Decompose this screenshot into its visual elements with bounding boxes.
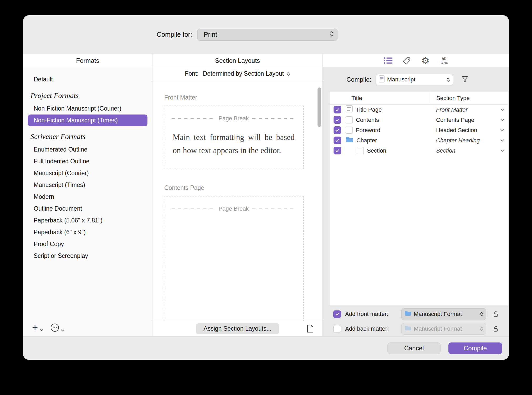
front-matter-checkbox[interactable] bbox=[333, 310, 341, 318]
chevron-down-icon[interactable] bbox=[497, 149, 508, 152]
section-layouts-footer: Assign Section Layouts... bbox=[152, 321, 323, 336]
format-item-nonfiction-courier[interactable]: Non-Fiction Manuscript (Courier) bbox=[28, 103, 147, 115]
format-options-button[interactable]: ⋯ bbox=[51, 324, 64, 332]
preview-scrollbar[interactable] bbox=[318, 87, 321, 127]
front-matter-label: Add front matter: bbox=[345, 311, 397, 318]
format-item-proof-copy[interactable]: Proof Copy bbox=[28, 238, 147, 250]
format-item-manuscript-courier[interactable]: Manuscript (Courier) bbox=[28, 167, 147, 179]
row-checkbox[interactable] bbox=[334, 147, 341, 154]
column-header-section-type: Section Type bbox=[431, 92, 497, 104]
back-matter-row: Add back matter: Manuscript Format bbox=[333, 323, 509, 335]
back-matter-label: Add back matter: bbox=[345, 325, 397, 332]
ellipsis-circle-icon: ⋯ bbox=[51, 324, 59, 332]
folder-icon bbox=[405, 311, 411, 318]
chevron-down-icon[interactable] bbox=[497, 139, 508, 142]
compile-target-value: Manuscript bbox=[387, 76, 444, 83]
row-checkbox[interactable] bbox=[334, 106, 341, 113]
chevron-updown-icon bbox=[480, 326, 483, 331]
format-item-modern[interactable]: Modern bbox=[28, 191, 147, 203]
page-break-marker: Page Break bbox=[172, 205, 296, 212]
format-item-nonfiction-times[interactable]: Non-Fiction Manuscript (Times) bbox=[28, 115, 147, 126]
compile-for-select[interactable]: Print bbox=[197, 29, 337, 41]
table-row-title-page[interactable]: Title Page Front Matter bbox=[330, 105, 508, 115]
format-item-outline-document[interactable]: Outline Document bbox=[28, 203, 147, 215]
folder-icon bbox=[405, 325, 411, 332]
gear-icon[interactable]: ⚙ bbox=[421, 56, 429, 65]
chevron-down-icon bbox=[61, 329, 64, 332]
format-group-project-formats: Project Formats bbox=[28, 90, 147, 102]
matter-options: Add front matter: Manuscript Format Ad bbox=[323, 305, 509, 336]
section-layouts-panel: Section Layouts Font: Determined by Sect… bbox=[152, 54, 323, 336]
format-item-full-indented-outline[interactable]: Full Indented Outline bbox=[28, 155, 147, 167]
font-value: Determined by Section Layout bbox=[203, 70, 284, 77]
row-title: Contents bbox=[356, 117, 379, 123]
back-matter-checkbox[interactable] bbox=[333, 325, 341, 333]
layout-sample-front-matter[interactable]: Page Break Main text formatting will be … bbox=[164, 106, 304, 169]
font-row: Font: Determined by Section Layout bbox=[152, 67, 323, 80]
chevron-updown-icon bbox=[330, 31, 334, 39]
row-section-type[interactable]: Chapter Heading bbox=[431, 137, 497, 144]
dialog-footer: Cancel Compile bbox=[23, 336, 509, 360]
compile-toolbar: ⚙ ab↳ac bbox=[323, 54, 509, 67]
row-section-type[interactable]: Front Matter bbox=[431, 106, 497, 113]
compile-contents-table: Title Section Type Title Page F bbox=[330, 92, 508, 305]
format-item-paperback-506[interactable]: Paperback (5.06" x 7.81") bbox=[28, 215, 147, 226]
filter-icon[interactable] bbox=[461, 76, 469, 84]
table-row-section[interactable]: Section Section bbox=[330, 145, 508, 156]
compile-target-select[interactable]: Manuscript bbox=[376, 74, 453, 85]
row-section-type[interactable]: Section bbox=[431, 147, 497, 154]
compile-for-label: Compile for: bbox=[157, 31, 192, 38]
row-title: Title Page bbox=[356, 106, 382, 113]
chevron-down-icon[interactable] bbox=[497, 129, 508, 132]
plus-icon: + bbox=[32, 324, 38, 331]
unlock-icon[interactable] bbox=[493, 311, 499, 318]
compile-button[interactable]: Compile bbox=[448, 342, 502, 354]
assign-section-layouts-button[interactable]: Assign Section Layouts... bbox=[196, 323, 279, 334]
chevron-updown-icon bbox=[446, 77, 450, 82]
column-header-title: Title bbox=[345, 95, 431, 102]
format-item-paperback-6x9[interactable]: Paperback (6" x 9") bbox=[28, 226, 147, 238]
layout-name-front-matter: Front Matter bbox=[164, 94, 323, 101]
table-header-row: Title Section Type bbox=[330, 92, 508, 105]
format-item-default[interactable]: Default bbox=[28, 74, 147, 85]
layout-preview: Front Matter Page Break Main text format… bbox=[152, 80, 323, 321]
chevron-down-icon[interactable] bbox=[497, 108, 508, 111]
cancel-button[interactable]: Cancel bbox=[387, 342, 441, 354]
row-checkbox[interactable] bbox=[334, 116, 341, 124]
folder-icon bbox=[346, 137, 353, 144]
row-title: Foreword bbox=[356, 127, 380, 134]
compile-label: Compile: bbox=[346, 76, 371, 83]
format-item-script-screenplay[interactable]: Script or Screenplay bbox=[28, 250, 147, 262]
row-title: Section bbox=[367, 147, 386, 154]
front-matter-value: Manuscript Format bbox=[414, 311, 477, 318]
row-checkbox[interactable] bbox=[334, 126, 341, 134]
format-item-manuscript-times[interactable]: Manuscript (Times) bbox=[28, 179, 147, 191]
row-section-type[interactable]: Headed Section bbox=[431, 127, 497, 134]
font-label: Font: bbox=[185, 70, 198, 77]
table-row-chapter[interactable]: Chapter Chapter Heading bbox=[330, 135, 508, 145]
dialog-body: Formats Default Project Formats Non-Fict… bbox=[23, 54, 509, 336]
layout-sample-contents-page[interactable]: Page Break bbox=[164, 196, 304, 321]
table-row-foreword[interactable]: Foreword Headed Section bbox=[330, 125, 508, 135]
table-row-contents[interactable]: Contents Contents Page bbox=[330, 115, 508, 125]
add-format-button[interactable]: + bbox=[32, 324, 43, 331]
formats-header: Formats bbox=[23, 54, 152, 67]
back-matter-select[interactable]: Manuscript Format bbox=[401, 323, 486, 335]
manuscript-document-icon bbox=[379, 75, 385, 84]
front-matter-select[interactable]: Manuscript Format bbox=[401, 308, 486, 320]
unlock-icon[interactable] bbox=[493, 325, 499, 332]
row-checkbox[interactable] bbox=[334, 137, 341, 144]
document-page-icon[interactable] bbox=[307, 325, 314, 334]
row-section-type[interactable]: Contents Page bbox=[431, 117, 497, 123]
formats-footer: + ⋯ bbox=[23, 319, 152, 336]
compile-panel: ⚙ ab↳ac Compile: Manuscript bbox=[323, 54, 509, 336]
front-matter-row: Add front matter: Manuscript Format bbox=[333, 308, 509, 320]
chevron-down-icon[interactable] bbox=[497, 119, 508, 121]
format-item-enumerated-outline[interactable]: Enumerated Outline bbox=[28, 144, 147, 155]
tag-icon[interactable] bbox=[403, 57, 411, 65]
formats-panel: Formats Default Project Formats Non-Fict… bbox=[23, 54, 152, 336]
font-select[interactable]: Determined by Section Layout bbox=[203, 70, 290, 77]
compile-target-row: Compile: Manuscript bbox=[323, 67, 509, 92]
contents-list-icon[interactable] bbox=[384, 57, 392, 64]
replacements-icon[interactable]: ab↳ac bbox=[440, 56, 448, 65]
